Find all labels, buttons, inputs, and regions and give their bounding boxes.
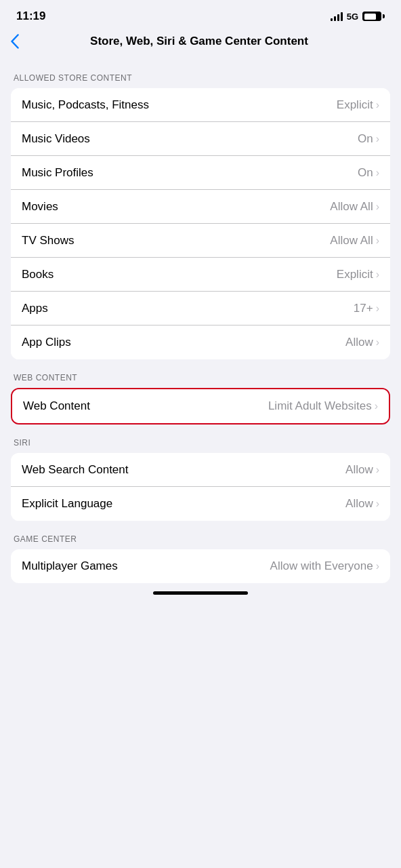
settings-row-music-profiles[interactable]: Music ProfilesOn› bbox=[11, 156, 390, 190]
chevron-icon-web-search-content: › bbox=[376, 464, 379, 476]
status-bar: 11:19 5G bbox=[0, 0, 401, 28]
row-value-music-videos: On› bbox=[358, 132, 379, 146]
row-value-music-profiles: On› bbox=[358, 166, 379, 180]
settings-row-movies[interactable]: MoviesAllow All› bbox=[11, 190, 390, 224]
row-value-music-podcasts: Explicit› bbox=[337, 98, 379, 112]
section-label-web-content: WEB CONTENT bbox=[0, 359, 401, 388]
home-indicator bbox=[0, 583, 401, 600]
settings-row-music-podcasts[interactable]: Music, Podcasts, FitnessExplicit› bbox=[11, 88, 390, 122]
row-value-text-explicit-language: Allow bbox=[345, 497, 373, 511]
signal-bars-icon bbox=[331, 12, 343, 21]
row-value-text-web-search-content: Allow bbox=[345, 463, 373, 477]
row-label-music-profiles: Music Profiles bbox=[22, 166, 93, 180]
settings-row-music-videos[interactable]: Music VideosOn› bbox=[11, 122, 390, 156]
section-label-game-center: GAME CENTER bbox=[0, 521, 401, 549]
settings-row-tv-shows[interactable]: TV ShowsAllow All› bbox=[11, 224, 390, 258]
row-value-text-music-podcasts: Explicit bbox=[337, 98, 373, 112]
row-value-text-tv-shows: Allow All bbox=[330, 234, 373, 248]
page-title: Store, Web, Siri & Game Center Content bbox=[24, 35, 390, 48]
settings-row-books[interactable]: BooksExplicit› bbox=[11, 258, 390, 292]
settings-group-web-content: Web ContentLimit Adult Websites› bbox=[11, 388, 390, 425]
row-value-text-multiplayer-games: Allow with Everyone bbox=[270, 559, 373, 573]
settings-group-allowed-store-content: Music, Podcasts, FitnessExplicit›Music V… bbox=[11, 88, 390, 359]
settings-group-game-center: Multiplayer GamesAllow with Everyone› bbox=[11, 549, 390, 583]
row-value-text-music-profiles: On bbox=[358, 166, 373, 180]
chevron-icon-music-podcasts: › bbox=[376, 99, 379, 111]
status-icons: 5G bbox=[331, 12, 385, 22]
settings-row-explicit-language[interactable]: Explicit LanguageAllow› bbox=[11, 487, 390, 521]
battery-icon bbox=[362, 12, 385, 21]
chevron-icon-music-videos: › bbox=[376, 133, 379, 145]
chevron-icon-movies: › bbox=[376, 201, 379, 213]
row-label-books: Books bbox=[22, 268, 54, 281]
row-value-web-search-content: Allow› bbox=[345, 463, 379, 477]
row-label-music-podcasts: Music, Podcasts, Fitness bbox=[22, 98, 149, 112]
row-label-apps: Apps bbox=[22, 302, 48, 315]
network-type: 5G bbox=[347, 12, 358, 22]
row-label-movies: Movies bbox=[22, 200, 58, 214]
row-value-apps: 17+› bbox=[354, 302, 379, 315]
status-time: 11:19 bbox=[16, 9, 45, 23]
settings-row-app-clips[interactable]: App ClipsAllow› bbox=[11, 326, 390, 359]
chevron-icon-music-profiles: › bbox=[376, 167, 379, 179]
row-label-multiplayer-games: Multiplayer Games bbox=[22, 559, 118, 573]
row-value-text-books: Explicit bbox=[337, 268, 373, 281]
section-label-allowed-store-content: ALLOWED STORE CONTENT bbox=[0, 60, 401, 88]
row-value-text-music-videos: On bbox=[358, 132, 373, 146]
settings-row-web-search-content[interactable]: Web Search ContentAllow› bbox=[11, 453, 390, 487]
row-value-multiplayer-games: Allow with Everyone› bbox=[270, 559, 379, 573]
back-button[interactable] bbox=[11, 34, 24, 49]
settings-row-web-content-row[interactable]: Web ContentLimit Adult Websites› bbox=[12, 389, 389, 423]
chevron-icon-books: › bbox=[376, 269, 379, 281]
row-label-tv-shows: TV Shows bbox=[22, 234, 74, 248]
row-value-explicit-language: Allow› bbox=[345, 497, 379, 511]
chevron-icon-apps: › bbox=[376, 302, 379, 315]
chevron-icon-tv-shows: › bbox=[376, 235, 379, 247]
row-value-books: Explicit› bbox=[337, 268, 379, 281]
row-label-explicit-language: Explicit Language bbox=[22, 497, 112, 511]
row-label-web-search-content: Web Search Content bbox=[22, 463, 129, 477]
chevron-icon-multiplayer-games: › bbox=[376, 560, 379, 572]
home-bar bbox=[153, 591, 248, 595]
row-value-app-clips: Allow› bbox=[345, 336, 379, 349]
navigation-bar: Store, Web, Siri & Game Center Content bbox=[0, 28, 401, 60]
section-label-siri: SIRI bbox=[0, 425, 401, 453]
row-value-text-movies: Allow All bbox=[330, 200, 373, 214]
row-value-text-app-clips: Allow bbox=[345, 336, 373, 349]
row-value-web-content-row: Limit Adult Websites› bbox=[268, 399, 378, 413]
row-label-web-content-row: Web Content bbox=[23, 399, 90, 413]
row-value-movies: Allow All› bbox=[330, 200, 379, 214]
settings-row-apps[interactable]: Apps17+› bbox=[11, 292, 390, 326]
row-label-app-clips: App Clips bbox=[22, 336, 71, 349]
settings-group-siri: Web Search ContentAllow›Explicit Languag… bbox=[11, 453, 390, 521]
row-value-text-apps: 17+ bbox=[354, 302, 373, 315]
settings-row-multiplayer-games[interactable]: Multiplayer GamesAllow with Everyone› bbox=[11, 549, 390, 583]
row-value-tv-shows: Allow All› bbox=[330, 234, 379, 248]
chevron-icon-explicit-language: › bbox=[376, 498, 379, 510]
row-label-music-videos: Music Videos bbox=[22, 132, 90, 146]
row-value-text-web-content-row: Limit Adult Websites bbox=[268, 399, 372, 413]
chevron-icon-web-content-row: › bbox=[375, 400, 378, 412]
chevron-icon-app-clips: › bbox=[376, 336, 379, 349]
